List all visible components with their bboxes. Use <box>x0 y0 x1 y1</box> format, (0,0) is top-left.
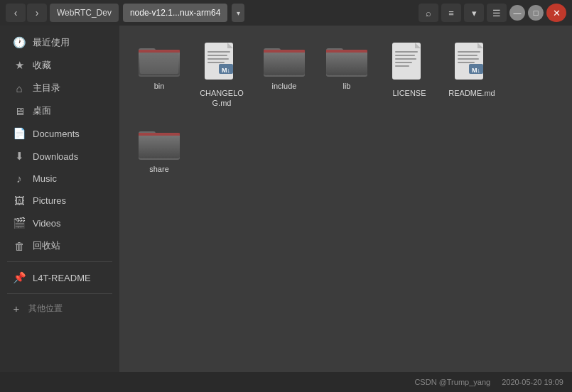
svg-rect-11 <box>207 62 225 63</box>
home-icon: ⌂ <box>13 82 26 94</box>
tabs: WebRTC_Dev node-v12.1...nux-arm64 ▾ <box>50 4 244 22</box>
file-item-include[interactable]: include <box>256 37 313 114</box>
doc-icon-readme: M↓ <box>455 43 489 84</box>
file-item-license[interactable]: LICENSE <box>381 37 438 114</box>
sidebar-label-bookmarks: 收藏 <box>33 59 51 72</box>
tab-dropdown[interactable]: ▾ <box>232 4 244 22</box>
sidebar-divider <box>7 261 112 262</box>
sidebar-label-pictures: Pictures <box>33 195 66 206</box>
main-layout: 🕐 最近使用 ★ 收藏 ⌂ 主目录 🖥 桌面 📄 Documents ⬇ Dow… <box>0 26 572 372</box>
music-icon: ♪ <box>13 173 26 185</box>
sidebar-item-trash[interactable]: 🗑 回收站 <box>3 234 117 257</box>
sidebar-label-downloads: Downloads <box>33 151 78 162</box>
folder-icon-bin <box>139 43 180 77</box>
sidebar-item-home[interactable]: ⌂ 主目录 <box>3 77 117 99</box>
pictures-icon: 🖼 <box>13 195 26 207</box>
add-icon: + <box>10 303 23 315</box>
back-button[interactable]: ‹ <box>6 4 26 22</box>
sidebar-item-documents[interactable]: 📄 Documents <box>3 122 117 145</box>
svg-rect-5 <box>139 50 180 53</box>
file-item-lib[interactable]: lib <box>318 37 375 114</box>
file-item-readme[interactable]: M↓ README.md <box>443 37 500 114</box>
nav-buttons: ‹ › <box>6 4 47 22</box>
statusbar: CSDN @Trump_yang 2020-05-20 19:09 <box>0 372 572 392</box>
doc-icon-changelog: M↓ <box>205 43 239 84</box>
l4t-icon: 📌 <box>13 271 26 284</box>
recent-icon: 🕐 <box>13 36 26 49</box>
sidebar-label-trash: 回收站 <box>33 239 60 252</box>
sidebar-item-pictures[interactable]: 🖼 Pictures <box>3 190 117 212</box>
sidebar-divider2 <box>7 293 112 294</box>
svg-rect-8 <box>207 51 230 53</box>
svg-rect-40 <box>139 133 180 158</box>
videos-icon: 🎬 <box>13 217 26 229</box>
sidebar-item-bookmarks[interactable]: ★ 收藏 <box>3 54 117 77</box>
svg-rect-35 <box>458 62 475 63</box>
sidebar-item-recent[interactable]: 🕐 最近使用 <box>3 31 117 54</box>
forward-button[interactable]: › <box>27 4 47 22</box>
svg-text:M↓: M↓ <box>222 67 230 74</box>
search-button[interactable]: ⌕ <box>419 4 438 22</box>
svg-rect-4 <box>140 51 178 74</box>
svg-rect-33 <box>458 55 477 56</box>
svg-rect-21 <box>326 50 367 75</box>
svg-rect-17 <box>264 50 305 75</box>
file-item-share[interactable]: share <box>131 120 188 180</box>
sidebar-label-home: 主目录 <box>33 82 60 94</box>
svg-rect-22 <box>326 50 367 53</box>
sidebar: 🕐 最近使用 ★ 收藏 ⌂ 主目录 🖥 桌面 📄 Documents ⬇ Dow… <box>0 26 119 372</box>
file-name-bin: bin <box>154 81 165 91</box>
doc-icon-license <box>392 43 426 84</box>
svg-rect-41 <box>139 133 180 136</box>
maximize-button[interactable]: □ <box>528 5 544 21</box>
status-timestamp: 2020-05-20 19:09 <box>502 378 563 386</box>
desktop-icon: 🖥 <box>13 105 26 117</box>
sidebar-item-downloads[interactable]: ⬇ Downloads <box>3 145 117 168</box>
svg-rect-28 <box>395 62 412 63</box>
sidebar-label-music: Music <box>33 173 57 184</box>
sidebar-label-videos: Videos <box>33 218 61 229</box>
tab-webrtc[interactable]: WebRTC_Dev <box>50 4 119 22</box>
status-attribution: CSDN @Trump_yang <box>414 378 490 386</box>
file-grid: bin M↓ CHANGEL <box>131 37 561 180</box>
window-actions: ⌕ ≡ ▾ ☰ — □ ✕ <box>419 4 566 22</box>
file-name-include: include <box>272 81 297 91</box>
tab-node[interactable]: node-v12.1...nux-arm64 <box>123 4 227 22</box>
menu-button[interactable]: ☰ <box>487 4 507 22</box>
sidebar-item-l4t[interactable]: 📌 L4T-README <box>3 266 117 289</box>
file-item-bin[interactable]: bin <box>131 37 188 114</box>
close-button[interactable]: ✕ <box>546 4 566 22</box>
sidebar-label-documents: Documents <box>33 129 80 139</box>
svg-rect-9 <box>207 55 227 56</box>
folder-icon-include <box>264 43 305 77</box>
file-item-changelog[interactable]: M↓ CHANGELOG.md <box>193 37 250 114</box>
downloads-icon: ⬇ <box>13 150 26 163</box>
file-name-readme: README.md <box>448 88 495 98</box>
svg-rect-18 <box>264 50 305 53</box>
svg-text:M↓: M↓ <box>472 67 480 74</box>
file-name-share: share <box>149 164 169 174</box>
svg-rect-34 <box>458 58 479 60</box>
titlebar: ‹ › WebRTC_Dev node-v12.1...nux-arm64 ▾ … <box>0 0 572 26</box>
folder-icon-share <box>139 126 180 160</box>
file-name-license: LICENSE <box>392 88 426 98</box>
other-places-label: 其他位置 <box>28 303 63 315</box>
sidebar-item-music[interactable]: ♪ Music <box>3 168 117 190</box>
folder-icon-lib <box>326 43 367 77</box>
trash-icon: 🗑 <box>13 240 26 252</box>
svg-rect-10 <box>207 58 229 60</box>
split-button[interactable]: ▾ <box>464 4 484 22</box>
sidebar-label-desktop: 桌面 <box>33 104 51 117</box>
svg-rect-25 <box>395 51 418 53</box>
sidebar-label-l4t: L4T-README <box>33 273 91 283</box>
svg-rect-32 <box>458 51 480 53</box>
list-view-button[interactable]: ≡ <box>441 4 461 22</box>
svg-rect-29 <box>395 65 409 67</box>
sidebar-item-desktop[interactable]: 🖥 桌面 <box>3 99 117 122</box>
other-places-header[interactable]: + 其他位置 <box>0 298 119 319</box>
documents-icon: 📄 <box>13 127 26 140</box>
sidebar-item-videos[interactable]: 🎬 Videos <box>3 212 117 234</box>
minimize-button[interactable]: — <box>509 5 525 21</box>
file-area: bin M↓ CHANGEL <box>119 26 572 372</box>
file-name-changelog: CHANGELOG.md <box>196 88 247 109</box>
